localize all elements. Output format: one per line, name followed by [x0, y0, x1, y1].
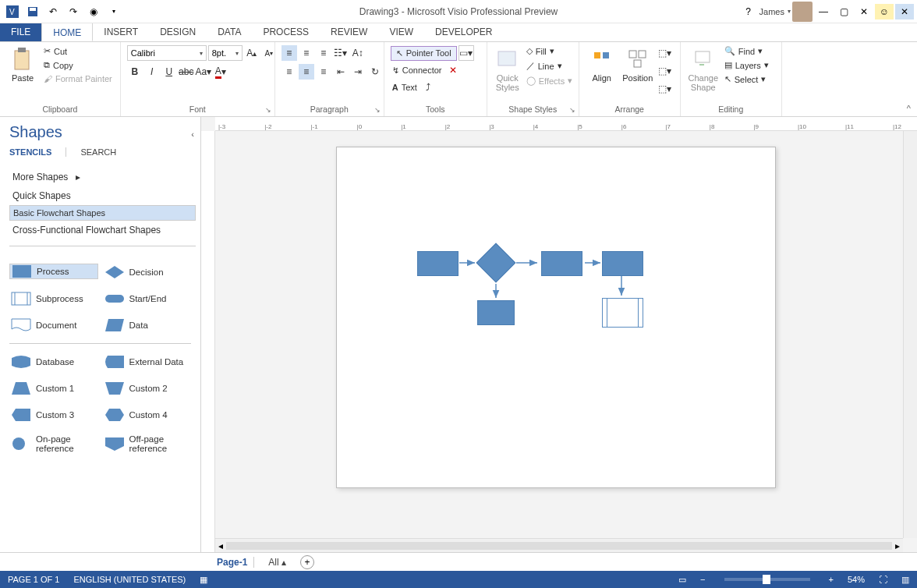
help-icon[interactable]: ?	[739, 4, 758, 19]
shape-subprocess[interactable]: Subprocess	[9, 290, 98, 307]
connection-point-icon[interactable]: ✕	[445, 62, 461, 78]
find-button[interactable]: 🔍Find▾	[723, 45, 770, 57]
maximize-icon[interactable]: ▢	[834, 4, 853, 19]
shape-process[interactable]: Process	[9, 264, 98, 279]
align-top-icon[interactable]: ≡	[281, 45, 297, 61]
effects-button[interactable]: ◯Effects▾	[525, 75, 574, 87]
touch-mode-icon[interactable]: ◉	[84, 2, 103, 21]
tab-data[interactable]: DATA	[207, 23, 252, 41]
underline-button[interactable]: U	[161, 64, 177, 80]
pane-close-icon[interactable]: ✕	[895, 4, 914, 19]
shape-data[interactable]: Data	[103, 317, 192, 334]
align-center-icon[interactable]: ≡	[299, 64, 314, 80]
quick-styles-button[interactable]: Quick Styles	[494, 45, 522, 94]
shape-decision[interactable]: Decision	[103, 264, 192, 281]
smiley-icon[interactable]: ☺	[875, 4, 894, 19]
fit-width-icon[interactable]: ▥	[901, 575, 909, 585]
align-right-icon[interactable]: ≡	[316, 64, 331, 80]
page-indicator[interactable]: PAGE 1 OF 1	[8, 575, 59, 584]
decrease-indent-icon[interactable]: ⇤	[333, 64, 349, 80]
drawing-page[interactable]	[336, 147, 776, 488]
flowchart-process-3[interactable]	[602, 251, 643, 276]
align-button[interactable]: Align	[586, 45, 618, 84]
macro-recorder-icon[interactable]: ▦	[200, 575, 207, 585]
rectangle-tool-icon[interactable]: ▭▾	[458, 45, 474, 61]
add-page-button[interactable]: +	[300, 555, 314, 569]
cut-button[interactable]: ✂Cut	[42, 45, 114, 57]
paragraph-dialog-launcher-icon[interactable]: ↘	[373, 105, 382, 115]
group-shapes-icon[interactable]: ⬚▾	[657, 81, 673, 97]
page-tab-all[interactable]: All ▴	[264, 557, 291, 568]
font-family-select[interactable]: Calibri▾	[127, 45, 207, 61]
zoom-out-icon[interactable]: −	[700, 575, 705, 584]
text-direction-icon[interactable]: A↕	[350, 45, 366, 61]
grow-font-icon[interactable]: A▴	[244, 45, 260, 61]
format-painter-button[interactable]: 🖌Format Painter	[42, 73, 114, 84]
bring-front-icon[interactable]: ⬚▾	[657, 45, 673, 61]
cross-functional-item[interactable]: Cross-Functional Flowchart Shapes	[9, 221, 196, 239]
connector-button[interactable]: ↯Connector	[391, 62, 444, 78]
paste-button[interactable]: Paste	[6, 45, 39, 84]
shape-custom3[interactable]: Custom 3	[9, 406, 98, 423]
search-tab[interactable]: SEARCH	[80, 147, 116, 157]
send-back-icon[interactable]: ⬚▾	[657, 63, 673, 79]
tab-insert[interactable]: INSERT	[93, 23, 149, 41]
shape-custom4[interactable]: Custom 4	[103, 406, 192, 423]
change-case-button[interactable]: Aa▾	[196, 64, 211, 80]
bold-button[interactable]: B	[127, 64, 143, 80]
redo-icon[interactable]: ↷	[64, 2, 83, 21]
canvas[interactable]	[215, 131, 903, 538]
align-left-icon[interactable]: ≡	[281, 64, 297, 80]
font-size-select[interactable]: 8pt.▾	[208, 45, 243, 61]
vertical-scrollbar[interactable]	[903, 131, 917, 538]
line-button[interactable]: ／Line▾	[525, 59, 574, 73]
shape-custom1[interactable]: Custom 1	[9, 380, 98, 397]
change-shape-button[interactable]: Change Shape	[687, 45, 720, 94]
stencils-tab[interactable]: STENCILS	[9, 147, 51, 157]
shape-database[interactable]: Database	[9, 353, 98, 370]
align-bottom-icon[interactable]: ≡	[316, 45, 331, 61]
rotate-text-icon[interactable]: ↻	[367, 64, 383, 80]
avatar[interactable]	[792, 2, 813, 22]
tab-file[interactable]: FILE	[0, 23, 41, 41]
layers-button[interactable]: ▤Layers▾	[723, 59, 770, 71]
font-color-button[interactable]: A▾	[213, 64, 228, 80]
quick-shapes-item[interactable]: Quick Shapes	[9, 186, 196, 205]
page-tab-1[interactable]: Page-1	[211, 557, 254, 568]
bullets-icon[interactable]: ☷▾	[333, 45, 349, 61]
basic-flowchart-item[interactable]: Basic Flowchart Shapes	[9, 205, 196, 221]
tab-review[interactable]: REVIEW	[320, 23, 378, 41]
tab-design[interactable]: DESIGN	[149, 23, 207, 41]
tab-developer[interactable]: DEVELOPER	[424, 23, 503, 41]
user-name[interactable]: James	[759, 7, 784, 16]
presentation-mode-icon[interactable]: ▭	[678, 575, 686, 585]
tab-home[interactable]: HOME	[41, 23, 93, 41]
shape-offpage-ref[interactable]: Off-page reference	[103, 433, 192, 455]
zoom-level[interactable]: 54%	[848, 575, 865, 584]
shape-onpage-ref[interactable]: On-page reference	[9, 433, 98, 455]
select-button[interactable]: ↖Select▾	[723, 73, 770, 85]
language-indicator[interactable]: ENGLISH (UNITED STATES)	[73, 575, 186, 584]
fit-page-icon[interactable]: ⛶	[879, 575, 887, 584]
flowchart-subprocess[interactable]	[602, 298, 643, 328]
horizontal-scrollbar[interactable]: ◂▸	[215, 538, 903, 552]
tab-view[interactable]: VIEW	[378, 23, 424, 41]
tab-process[interactable]: PROCESS	[252, 23, 320, 41]
pointer-tool-button[interactable]: ↖Pointer Tool	[391, 46, 457, 61]
save-icon[interactable]	[23, 2, 42, 21]
styles-dialog-launcher-icon[interactable]: ↘	[568, 105, 577, 115]
increase-indent-icon[interactable]: ⇥	[350, 64, 366, 80]
shape-startend[interactable]: Start/End	[103, 290, 192, 307]
undo-icon[interactable]: ↶	[44, 2, 62, 21]
font-dialog-launcher-icon[interactable]: ↘	[264, 105, 273, 115]
strike-button[interactable]: abc	[179, 64, 194, 80]
shrink-font-icon[interactable]: A▾	[261, 45, 277, 61]
qat-dropdown-icon[interactable]: ▾	[104, 2, 123, 21]
position-button[interactable]: Position	[621, 45, 654, 84]
flowchart-process-2[interactable]	[541, 251, 582, 276]
freeform-tool-icon[interactable]: ⤴	[420, 80, 436, 95]
italic-button[interactable]: I	[144, 64, 160, 80]
collapse-pane-icon[interactable]: ‹	[191, 129, 194, 139]
user-dropdown-icon[interactable]: ▾	[788, 8, 791, 15]
shape-document[interactable]: Document	[9, 317, 98, 334]
